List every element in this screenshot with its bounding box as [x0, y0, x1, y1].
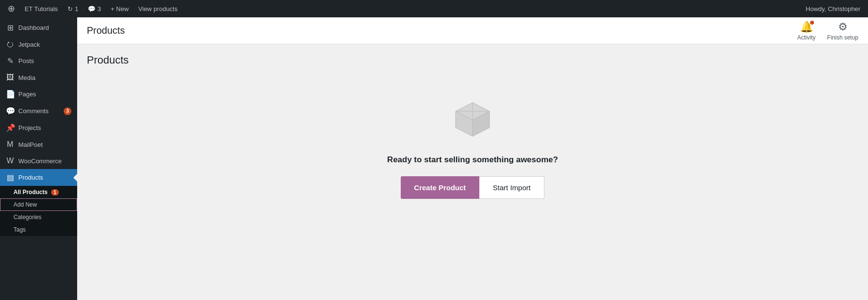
empty-state: Ready to start selling something awesome…	[87, 76, 858, 218]
submenu-all-products[interactable]: All Products 1	[0, 186, 77, 198]
all-products-label: All Products	[14, 189, 48, 196]
sidebar-item-label: Products	[18, 174, 43, 181]
comments-count: 3	[97, 5, 101, 13]
sidebar-item-dashboard[interactable]: ⊞ Dashboard	[0, 19, 77, 36]
wp-logo-icon: ⊕	[8, 3, 15, 14]
sidebar-item-woocommerce[interactable]: W WooCommerce	[0, 153, 77, 169]
sidebar-item-label: Comments	[18, 107, 49, 115]
main-content: Products 🔔 Activity ⚙ Finish setup	[77, 17, 868, 300]
sidebar-item-media[interactable]: 🖼 Media	[0, 69, 77, 86]
tags-label: Tags	[14, 226, 26, 233]
sidebar-item-jetpack[interactable]: ⭮ Jetpack	[0, 36, 77, 52]
woocommerce-icon: W	[6, 157, 14, 165]
media-icon: 🖼	[6, 73, 14, 82]
sidebar-item-label: WooCommerce	[18, 157, 62, 165]
updates-icon: ↻	[68, 5, 73, 13]
site-name-link[interactable]: ET Tutorials	[21, 0, 62, 17]
sidebar-item-products[interactable]: ▤ Products	[0, 169, 77, 186]
start-import-button[interactable]: Start Import	[479, 176, 544, 199]
sidebar-item-label: Projects	[18, 124, 41, 131]
page-header: Products 🔔 Activity ⚙ Finish setup	[77, 17, 868, 44]
sidebar-item-projects[interactable]: 📌 Projects	[0, 119, 77, 136]
sidebar-item-mailpoet[interactable]: M MailPoet	[0, 136, 77, 153]
projects-icon: 📌	[6, 123, 14, 132]
view-products-link[interactable]: View products	[135, 0, 181, 17]
sidebar-item-pages[interactable]: 📄 Pages	[0, 86, 77, 103]
new-content-link[interactable]: + New	[107, 0, 133, 17]
comments-badge: 3	[64, 107, 71, 115]
sidebar-item-posts[interactable]: ✎ Posts	[0, 52, 77, 69]
activity-label: Activity	[797, 34, 815, 41]
sidebar-item-label: Pages	[18, 91, 36, 98]
view-products-label: View products	[138, 5, 177, 13]
activity-button[interactable]: 🔔 Activity	[797, 21, 815, 41]
dashboard-icon: ⊞	[6, 23, 14, 32]
sidebar-item-label: Jetpack	[18, 41, 40, 48]
all-products-badge: 1	[51, 189, 59, 196]
categories-label: Categories	[14, 214, 41, 221]
comments-menu-icon: 💬	[6, 106, 14, 116]
sidebar: ⊞ Dashboard ⭮ Jetpack ✎ Posts 🖼 Media 📄 …	[0, 17, 77, 300]
posts-icon: ✎	[6, 56, 14, 65]
activity-icon-wrap: 🔔	[800, 21, 813, 33]
wp-logo-link[interactable]: ⊕	[4, 0, 19, 17]
howdy-text: Howdy, Christopher	[802, 5, 864, 13]
active-arrow	[73, 174, 77, 182]
pages-icon: 📄	[6, 90, 14, 99]
page-header-title: Products	[87, 25, 125, 36]
header-actions: 🔔 Activity ⚙ Finish setup	[797, 21, 858, 41]
finish-setup-label: Finish setup	[827, 34, 858, 41]
submenu-categories[interactable]: Categories	[0, 211, 77, 223]
finish-setup-icon-wrap: ⚙	[838, 21, 848, 33]
products-submenu: All Products 1 Add New Categories Tags	[0, 186, 77, 236]
finish-setup-icon: ⚙	[838, 21, 848, 33]
activity-notification-dot	[810, 21, 814, 25]
submenu-add-new[interactable]: Add New	[0, 198, 77, 211]
comments-link[interactable]: 💬 3	[84, 0, 105, 17]
submenu-tags[interactable]: Tags	[0, 223, 77, 236]
empty-state-buttons: Create Product Start Import	[401, 176, 545, 199]
admin-bar: ⊕ ET Tutorials ↻ 1 💬 3 + New View produc…	[0, 0, 868, 17]
sidebar-item-label: Media	[18, 74, 35, 81]
sidebar-item-comments[interactable]: 💬 Comments 3	[0, 103, 77, 119]
sidebar-item-label: MailPoet	[18, 141, 43, 148]
updates-link[interactable]: ↻ 1	[64, 0, 82, 17]
products-icon: ▤	[6, 173, 14, 182]
main-area: Products	[77, 44, 868, 300]
new-label: + New	[111, 5, 129, 13]
create-product-button[interactable]: Create Product	[401, 176, 480, 199]
main-title: Products	[87, 54, 858, 66]
box-icon-wrap	[448, 95, 497, 145]
finish-setup-button[interactable]: ⚙ Finish setup	[827, 21, 858, 41]
sidebar-item-label: Dashboard	[18, 24, 49, 31]
jetpack-icon: ⭮	[6, 40, 14, 49]
add-new-label: Add New	[14, 201, 37, 208]
sidebar-item-label: Posts	[18, 57, 34, 65]
site-name: ET Tutorials	[25, 5, 58, 13]
comments-icon: 💬	[88, 5, 95, 13]
mailpoet-icon: M	[6, 140, 14, 149]
updates-count: 1	[75, 5, 78, 13]
box-icon	[448, 95, 497, 143]
empty-state-prompt: Ready to start selling something awesome…	[387, 155, 558, 165]
